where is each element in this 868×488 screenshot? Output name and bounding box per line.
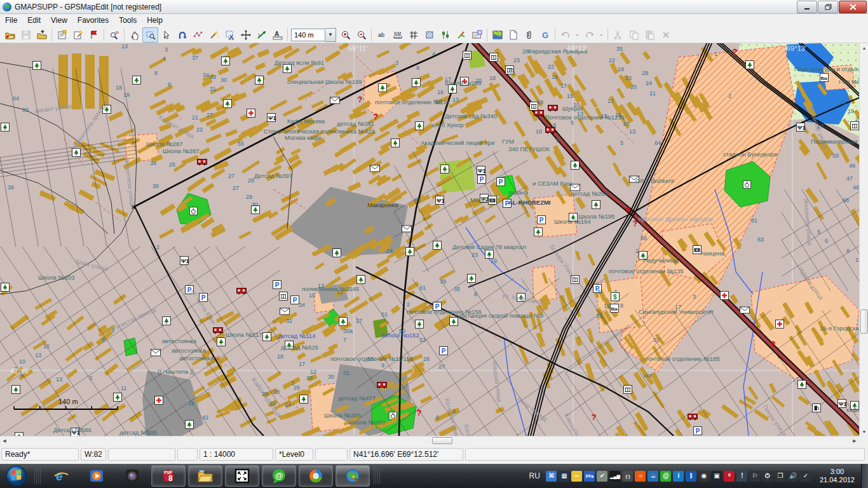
tray-tv-tuner-icon[interactable]: ▣ [711,471,722,482]
taskbar-app-gpsmapedit[interactable] [336,465,370,487]
scale-combobox[interactable]: 140 m▼ [291,29,336,41]
scroll-down-button[interactable]: ▼ [860,427,868,436]
tray-globe-alert-icon[interactable]: ! [736,471,747,482]
tray-mailru-agent-tray-icon[interactable]: @ [660,471,671,482]
house-number: 2 [156,244,159,250]
verify-map-icon [109,30,119,40]
tray-network-status-icon[interactable]: ❐ [775,471,785,482]
tray-info-app-icon[interactable]: i [673,471,684,482]
taskbar-app-windows-explorer[interactable] [188,465,222,487]
tray-safely-remove-icon[interactable]: ✓ [800,471,811,482]
background-raster-button[interactable] [489,27,505,43]
select-tool-button[interactable] [158,27,174,43]
pan-tool-button[interactable] [126,27,142,43]
crop-region-tool-button[interactable] [222,27,238,43]
tray-orange-ring-app-icon[interactable]: ○ [635,471,646,482]
show-junctions-button[interactable] [453,27,469,43]
map-properties-button[interactable] [54,27,70,43]
paste-button[interactable] [642,27,658,43]
redo-button[interactable] [581,27,597,43]
taskbar-app-media-player[interactable] [80,466,113,486]
vertical-scrollbar[interactable]: ▲ ▼ [859,43,868,436]
horizontal-scroll-thumb[interactable] [432,437,452,444]
show-labels-button[interactable]: ab [374,27,390,43]
move-tool-button[interactable] [238,27,254,43]
tray-disk-check-icon[interactable]: ✔ [597,471,607,482]
show-scale-bar-button[interactable]: KM [390,27,405,43]
open-map-button[interactable] [2,27,18,43]
zoom-select-tool-button[interactable] [142,27,158,43]
tray-volume-icon[interactable]: 🔊 [787,471,798,482]
menu-edit[interactable]: Edit [22,15,46,26]
menu-tools[interactable]: Tools [114,15,142,26]
save-button[interactable] [18,27,34,43]
map-viewport[interactable]: 140 mPPPPPPPPPPPPΨ1Ψ1Ψ1Ψ1Ψ1Ψ1Ψ1Ψ1???????… [0,43,859,436]
house-number: 18 [188,400,194,407]
vertical-scroll-thumb[interactable] [860,309,868,334]
tray-signal-strength-icon[interactable]: ▂▄▆ [609,471,620,482]
taskbar-app-mailru-agent[interactable]: @ [262,465,296,487]
menu-favorites[interactable]: Favorites [72,15,114,26]
tray-remote-access-icon[interactable]: ⌘ [546,471,557,482]
horizontal-scrollbar[interactable]: ◀ ▶ [0,436,859,445]
taskbar-app-paint-shop-pro-8[interactable]: PSP8 [151,465,186,487]
taskbar-app-internet-explorer[interactable]: e [44,466,78,486]
scroll-right-button[interactable]: ▶ [850,437,859,445]
filter-objects-button[interactable] [437,27,453,43]
verify-map-button[interactable] [106,27,122,43]
show-hatch-button[interactable] [421,27,437,43]
delete-button[interactable] [658,27,674,43]
minimize-button[interactable] [797,1,817,13]
scale-dropdown-button[interactable]: ▼ [325,28,336,42]
scroll-left-button[interactable]: ◀ [0,437,9,445]
tray-game-cup-app-icon[interactable]: ☕ [648,471,658,482]
show-grid-button[interactable] [405,27,421,43]
magic-wand-tool-button[interactable] [206,27,222,43]
trim-tool-button[interactable] [254,27,269,43]
close-button[interactable] [839,1,867,13]
menu-view[interactable]: View [46,15,72,26]
restore-button[interactable] [818,1,838,13]
tray-power-plug-icon[interactable]: ⏻ [762,471,773,482]
start-button[interactable] [5,464,28,487]
crop-region-tool-icon [225,30,235,40]
undo-button[interactable] [557,27,573,43]
map-canvas[interactable]: 140 mPPPPPPPPPPPPΨ1Ψ1Ψ1Ψ1Ψ1Ψ1Ψ1Ψ1???????… [0,43,859,436]
draw-polyline-tool-button[interactable] [190,27,206,43]
zoom-out-button[interactable] [353,27,369,43]
tray-wireless-antenna-icon[interactable]: (·) [622,471,633,482]
tray-display-settings-icon[interactable]: ▦ [559,471,569,482]
menu-file[interactable]: File [0,15,22,26]
tray-camera-tray-icon[interactable]: ◉ [698,471,709,482]
new-page-button[interactable] [505,27,521,43]
tray-ffa-app-icon[interactable]: FFa [584,471,595,482]
cut-button[interactable] [610,27,626,43]
undo-history-button[interactable] [573,27,581,43]
copy-button[interactable] [626,27,642,43]
tray-abbyy-app-icon[interactable]: ͦ [724,471,735,482]
levels-button[interactable] [86,27,102,43]
redo-history-button[interactable] [597,27,606,43]
taskbar-app-webcam-app[interactable] [116,466,149,486]
tray-swirl-app-icon[interactable]: ∼ [571,471,582,482]
taskbar-app-browser[interactable] [299,465,333,487]
scale-value[interactable]: 140 m [291,29,325,41]
house-number: 32 [286,318,292,324]
close-map-button[interactable] [34,27,50,43]
scroll-up-button[interactable]: ▲ [860,43,868,52]
clock[interactable]: 3:00 21.04.2012 [820,468,855,484]
menu-help[interactable]: Help [142,15,168,26]
turn-restrictions-tool-button[interactable] [174,27,190,43]
attachments-button[interactable] [521,27,537,43]
zoom-in-button[interactable] [337,27,353,43]
taskbar-app-screen-capture[interactable] [225,465,259,487]
google-view-button[interactable]: G [537,27,553,43]
label-tool-button[interactable]: A [269,27,285,43]
show-desktop-button[interactable] [861,464,868,488]
addressing-button[interactable] [469,27,485,43]
language-indicator[interactable]: RU [529,471,540,480]
tray-bluetooth-icon[interactable]: ᛒ [686,471,696,482]
map-label: детсад №114 [278,332,315,339]
tray-action-center-flag-icon[interactable]: ⚐ [749,471,760,482]
map-wizard-button[interactable] [70,27,86,43]
